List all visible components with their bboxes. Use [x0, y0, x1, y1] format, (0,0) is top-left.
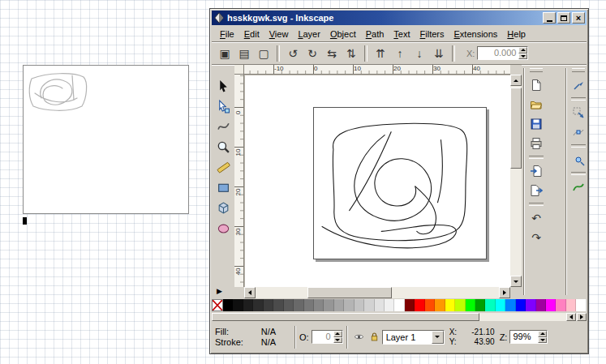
minimize-button[interactable] [543, 12, 556, 24]
palette-swatch[interactable] [223, 299, 233, 311]
palette-scrollbar[interactable] [212, 313, 587, 321]
deselect-button[interactable]: ▢ [255, 45, 273, 62]
palette-swatch[interactable] [394, 299, 404, 311]
menu-extensions[interactable]: Extensions [449, 28, 503, 41]
tweak-tool[interactable] [213, 117, 233, 136]
lower-button[interactable]: ↓ [410, 45, 428, 62]
scroll-down-button[interactable] [510, 276, 522, 287]
menu-help[interactable]: Help [502, 28, 531, 41]
rectangle-tool[interactable] [213, 178, 233, 197]
palette-swatch[interactable] [455, 299, 465, 311]
maximize-button[interactable] [557, 12, 570, 24]
snap-nodes-button[interactable] [569, 123, 587, 141]
new-document-button[interactable] [527, 76, 545, 94]
palette-swatch[interactable] [546, 299, 556, 311]
scroll-left-button[interactable] [244, 287, 256, 298]
toolbar-grip[interactable] [572, 68, 585, 72]
snap-enable-button[interactable] [569, 76, 587, 94]
palette-swatch[interactable] [445, 299, 455, 311]
zoom-spinbox[interactable]: 99% [509, 330, 548, 344]
palette-swatch[interactable] [556, 299, 565, 311]
zoom-spin-down-button[interactable] [538, 337, 547, 344]
zoom-spin-up-button[interactable] [538, 331, 547, 337]
palette-swatch[interactable] [233, 299, 243, 311]
zoom-tool[interactable] [213, 137, 233, 156]
palette-swatch[interactable] [375, 299, 385, 311]
scroll-right-button[interactable] [499, 287, 510, 298]
horizontal-scrollbar[interactable] [244, 287, 510, 298]
print-button[interactable] [527, 135, 545, 152]
scroll-up-button[interactable] [510, 75, 522, 86]
open-button[interactable] [527, 96, 545, 113]
palette-swatch[interactable] [566, 299, 576, 311]
opacity-spinbox[interactable]: 0 [312, 330, 343, 344]
palette-swatch[interactable] [405, 299, 415, 311]
x-spinbox[interactable]: 0.000 [477, 46, 528, 60]
menu-edit[interactable]: Edit [239, 28, 264, 41]
x-spin-down-button[interactable] [518, 54, 527, 60]
palette-swatch[interactable] [435, 299, 445, 311]
select-all-layers-button[interactable]: ▤ [235, 45, 253, 62]
menu-layer[interactable]: Layer [293, 28, 325, 41]
box-3d-tool[interactable] [213, 198, 233, 217]
palette-swatch[interactable] [344, 299, 354, 311]
raise-to-top-button[interactable]: ⇈ [372, 45, 389, 62]
layer-selector[interactable]: Layer 1 [382, 330, 445, 345]
layer-visibility-button[interactable] [352, 330, 366, 344]
palette-swatch[interactable] [324, 299, 333, 311]
close-button[interactable]: × [572, 12, 585, 24]
canvas-viewport[interactable] [244, 75, 510, 287]
lower-to-bottom-button[interactable]: ⇊ [430, 45, 448, 62]
snap-other-points-button[interactable] [569, 151, 587, 169]
menu-text[interactable]: Text [389, 28, 415, 41]
palette-swatch[interactable] [536, 299, 546, 311]
menu-object[interactable]: Object [325, 28, 361, 41]
palette-swatch[interactable] [284, 299, 294, 311]
palette-scroll-left-button[interactable] [566, 313, 576, 321]
palette-swatch[interactable] [364, 299, 374, 311]
vertical-ruler[interactable]: 010203040 [234, 75, 244, 287]
palette-swatch[interactable] [425, 299, 435, 311]
palette-scroll-thumb[interactable] [212, 313, 479, 321]
snap-bounding-box-button[interactable] [569, 104, 587, 122]
layer-dropdown-button[interactable] [432, 331, 444, 344]
menu-file[interactable]: File [215, 28, 239, 41]
snap-to-path-button[interactable] [569, 178, 587, 196]
menu-path[interactable]: Path [361, 28, 389, 41]
node-editor-tool[interactable] [213, 96, 233, 116]
measure-tool[interactable] [213, 157, 233, 177]
export-button[interactable] [527, 182, 545, 199]
palette-swatch[interactable] [415, 299, 424, 311]
palette-swatch[interactable] [475, 299, 485, 311]
palette-swatch[interactable] [334, 299, 344, 311]
palette-swatch[interactable] [294, 299, 303, 311]
rotate-ccw-button[interactable]: ↺ [284, 45, 302, 62]
horizontal-ruler[interactable]: -10010203040 [244, 65, 510, 75]
palette-swatch[interactable] [485, 299, 495, 311]
redo-button[interactable]: ↷ [527, 229, 545, 246]
selector-tool[interactable] [213, 76, 233, 96]
toolbox-expander-button[interactable]: ▶ [217, 287, 222, 295]
raise-button[interactable]: ↑ [391, 45, 409, 62]
palette-swatch[interactable] [466, 299, 475, 311]
opacity-spin-up-button[interactable] [333, 331, 342, 337]
flip-vertical-button[interactable]: ⇅ [342, 45, 360, 62]
no-color-swatch[interactable] [212, 299, 223, 311]
palette-swatch[interactable] [304, 299, 314, 311]
palette-swatch[interactable] [243, 299, 253, 311]
x-spin-up-button[interactable] [518, 47, 527, 54]
palette-scroll-right-button[interactable] [577, 313, 587, 321]
select-all-button[interactable]: ▣ [216, 45, 234, 62]
vertical-scrollbar[interactable] [510, 75, 522, 287]
toolbar-grip[interactable] [530, 68, 543, 72]
fill-stroke-indicator[interactable]: Fill: N/A Stroke: N/A [212, 327, 291, 347]
palette-swatch[interactable] [526, 299, 535, 311]
palette-swatch[interactable] [505, 299, 515, 311]
import-button[interactable] [527, 162, 545, 180]
palette-swatch[interactable] [355, 299, 364, 311]
palette-swatch[interactable] [385, 299, 394, 311]
palette-swatch[interactable] [516, 299, 526, 311]
palette-swatch[interactable] [264, 299, 273, 311]
palette-swatch[interactable] [273, 299, 283, 311]
vertical-scroll-thumb[interactable] [510, 88, 522, 169]
